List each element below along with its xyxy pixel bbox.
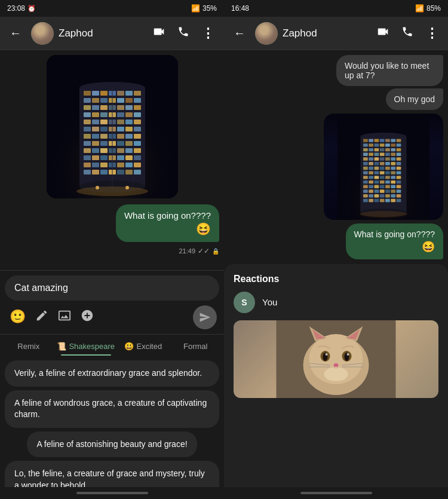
svg-rect-139 bbox=[385, 162, 390, 165]
tab-excited[interactable]: 😃 Excited bbox=[117, 335, 169, 356]
left-clock-icon: ⏰ bbox=[27, 5, 36, 13]
svg-rect-31 bbox=[125, 112, 133, 117]
right-contact-avatar bbox=[255, 22, 278, 45]
svg-rect-105 bbox=[391, 139, 395, 142]
attach-button[interactable] bbox=[78, 307, 96, 328]
svg-rect-107 bbox=[363, 143, 368, 146]
svg-rect-148 bbox=[397, 167, 401, 170]
svg-rect-82 bbox=[84, 170, 91, 175]
svg-rect-169 bbox=[397, 180, 401, 183]
left-more-button[interactable]: ⋮ bbox=[197, 21, 219, 46]
svg-rect-117 bbox=[380, 148, 385, 151]
svg-rect-187 bbox=[380, 194, 385, 197]
right-message-emoji: 😆 bbox=[354, 240, 435, 253]
svg-rect-156 bbox=[363, 176, 368, 179]
left-message-text: What is going on???? bbox=[124, 210, 211, 221]
suggestion-3[interactable]: A feline of astonishing beauty and grace… bbox=[27, 431, 197, 458]
svg-rect-196 bbox=[391, 199, 395, 202]
svg-rect-54 bbox=[84, 141, 91, 146]
reaction-row-you: S You bbox=[234, 292, 438, 313]
svg-rect-69 bbox=[92, 155, 99, 160]
svg-rect-138 bbox=[380, 162, 385, 165]
svg-rect-178 bbox=[369, 189, 373, 192]
svg-rect-134 bbox=[397, 157, 401, 160]
svg-rect-35 bbox=[100, 120, 108, 124]
svg-rect-150 bbox=[369, 171, 373, 174]
left-video-call-button[interactable] bbox=[148, 20, 170, 46]
suggestion-2[interactable]: A feline of wondrous grace, a creature o… bbox=[5, 390, 219, 428]
svg-rect-194 bbox=[380, 199, 385, 202]
right-video-call-button[interactable] bbox=[372, 20, 394, 46]
svg-rect-157 bbox=[369, 176, 373, 179]
left-delivered-icon: ✓✓ bbox=[198, 247, 210, 255]
left-phone-call-button[interactable] bbox=[173, 21, 194, 45]
svg-rect-87 bbox=[125, 170, 133, 175]
svg-rect-182 bbox=[391, 189, 395, 192]
svg-rect-45 bbox=[125, 127, 133, 131]
left-contact-name[interactable]: Zaphod bbox=[59, 27, 143, 39]
svg-rect-188 bbox=[385, 194, 390, 197]
svg-rect-174 bbox=[385, 185, 390, 188]
left-top-icons: ⋮ bbox=[148, 20, 219, 46]
svg-rect-116 bbox=[375, 148, 379, 151]
svg-rect-42 bbox=[100, 127, 108, 131]
right-battery: 85% bbox=[426, 4, 441, 13]
svg-rect-195 bbox=[385, 199, 390, 202]
left-chat-area: What is going on???? 😆 21:49 ✓✓ 🔒 bbox=[0, 50, 224, 270]
svg-rect-72 bbox=[117, 155, 124, 160]
svg-rect-102 bbox=[375, 139, 379, 142]
svg-rect-165 bbox=[375, 180, 379, 183]
svg-rect-153 bbox=[385, 171, 390, 174]
svg-rect-115 bbox=[369, 148, 373, 151]
svg-rect-171 bbox=[369, 185, 373, 188]
svg-rect-110 bbox=[380, 143, 385, 146]
svg-rect-122 bbox=[369, 153, 373, 156]
svg-rect-172 bbox=[375, 185, 379, 188]
suggestion-4[interactable]: Lo, the feline, a creature of grace and … bbox=[5, 461, 219, 487]
svg-rect-161 bbox=[391, 176, 395, 179]
edit-button[interactable] bbox=[33, 307, 51, 328]
svg-rect-126 bbox=[391, 153, 395, 156]
left-back-button[interactable]: ← bbox=[5, 22, 26, 45]
svg-rect-175 bbox=[391, 185, 395, 188]
right-phone-call-button[interactable] bbox=[397, 21, 418, 45]
svg-rect-109 bbox=[375, 143, 379, 146]
svg-rect-32 bbox=[134, 112, 141, 117]
right-image-message bbox=[324, 114, 443, 220]
svg-rect-193 bbox=[375, 199, 379, 202]
svg-rect-130 bbox=[375, 157, 379, 160]
left-message-input[interactable]: Cat amazing bbox=[5, 275, 219, 301]
svg-rect-23 bbox=[117, 105, 124, 110]
svg-rect-155 bbox=[397, 171, 401, 174]
right-back-button[interactable]: ← bbox=[229, 22, 250, 45]
svg-rect-74 bbox=[134, 155, 141, 160]
svg-rect-83 bbox=[92, 170, 99, 175]
svg-rect-63 bbox=[100, 148, 108, 153]
right-contact-name[interactable]: Zaphod bbox=[283, 27, 367, 39]
suggestion-1[interactable]: Verily, a feline of extraordinary grace … bbox=[5, 360, 219, 387]
tab-formal[interactable]: Formal bbox=[170, 335, 222, 356]
reaction-avatar-you: S bbox=[234, 292, 255, 313]
right-home-indicator bbox=[224, 487, 448, 499]
svg-rect-104 bbox=[385, 139, 390, 142]
image-button[interactable] bbox=[56, 307, 73, 328]
svg-rect-191 bbox=[363, 199, 368, 202]
svg-rect-118 bbox=[385, 148, 390, 151]
svg-rect-5 bbox=[84, 91, 91, 96]
svg-rect-10 bbox=[125, 91, 133, 96]
tab-shakespeare[interactable]: 📜 Shakespeare bbox=[54, 335, 117, 356]
svg-point-198 bbox=[360, 211, 407, 218]
left-input-area: Cat amazing 🙂 bbox=[0, 270, 224, 334]
right-more-button[interactable]: ⋮ bbox=[421, 21, 443, 46]
svg-rect-114 bbox=[363, 148, 368, 151]
emoji-button[interactable]: 🙂 bbox=[7, 307, 28, 328]
svg-rect-56 bbox=[100, 141, 108, 146]
svg-rect-19 bbox=[84, 105, 91, 110]
tab-remix[interactable]: Remix bbox=[2, 335, 54, 356]
svg-rect-167 bbox=[385, 180, 390, 183]
right-chat-area: Would you like to meet up at 7? Oh my go… bbox=[224, 50, 448, 264]
left-message-time: 21:49 ✓✓ 🔒 bbox=[5, 247, 219, 255]
send-button[interactable] bbox=[193, 305, 217, 329]
svg-rect-49 bbox=[100, 134, 108, 139]
svg-rect-68 bbox=[84, 155, 91, 160]
